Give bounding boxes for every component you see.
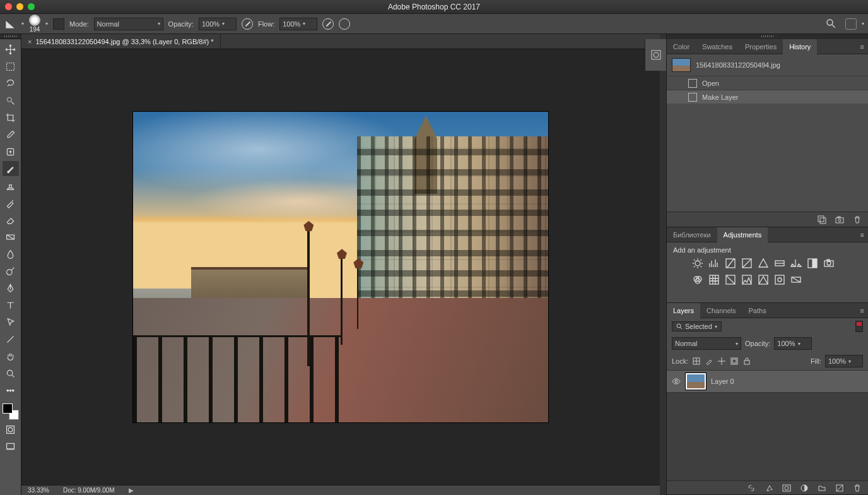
layer-blend-dropdown[interactable]: Normal ▾ — [672, 337, 741, 350]
vibrance-icon[interactable] — [758, 258, 769, 269]
status-flyout-icon[interactable]: ▶ — [129, 487, 134, 494]
clone-stamp-tool[interactable] — [3, 178, 19, 193]
fill-dropdown[interactable]: 100% ▾ — [825, 355, 863, 367]
tab-paths[interactable]: Paths — [742, 303, 773, 318]
color-swatches[interactable] — [3, 403, 19, 420]
curves-icon[interactable] — [725, 258, 736, 269]
zoom-level[interactable]: 33.33% — [28, 487, 49, 494]
airbrush-icon[interactable] — [322, 18, 334, 30]
tab-adjustments[interactable]: Adjustments — [717, 227, 768, 242]
flow-dropdown[interactable]: 100% ▾ — [279, 18, 317, 30]
levels-icon[interactable] — [708, 258, 720, 269]
black-white-icon[interactable] — [807, 258, 818, 269]
pressure-opacity-icon[interactable] — [242, 18, 253, 30]
layer-name[interactable]: Layer 0 — [711, 378, 734, 385]
type-tool[interactable] — [3, 297, 19, 313]
opacity-dropdown[interactable]: 100% ▾ — [199, 18, 237, 30]
posterize-icon[interactable] — [741, 274, 753, 285]
minimize-window-button[interactable] — [16, 3, 23, 10]
group-icon[interactable] — [818, 484, 826, 492]
panel-menu-icon[interactable]: ≡ — [857, 307, 868, 314]
eraser-tool[interactable] — [3, 212, 19, 227]
filter-toggle[interactable] — [855, 321, 863, 332]
gradient-map-icon[interactable] — [790, 274, 802, 285]
adjustment-layer-icon[interactable] — [800, 484, 809, 492]
visibility-icon[interactable] — [672, 377, 681, 386]
quick-mask-button[interactable] — [3, 422, 19, 437]
healing-brush-tool[interactable] — [3, 144, 19, 159]
blend-mode-dropdown[interactable]: Normal ▾ — [94, 18, 163, 30]
tab-properties[interactable]: Properties — [739, 39, 783, 54]
color-lookup-icon[interactable] — [708, 274, 720, 285]
history-brush-tool[interactable] — [3, 195, 19, 210]
zoom-window-button[interactable] — [28, 3, 35, 10]
hand-tool[interactable] — [3, 349, 19, 364]
workspace-chevron-icon[interactable]: ▾ — [862, 21, 864, 27]
quick-select-tool[interactable] — [3, 93, 19, 108]
lock-all-icon[interactable] — [742, 357, 751, 366]
threshold-icon[interactable] — [758, 274, 769, 285]
gradient-tool[interactable] — [3, 229, 19, 244]
history-snapshot-row[interactable]: 15641808331220504​94.jpg — [667, 54, 868, 76]
lock-transparency-icon[interactable] — [692, 357, 701, 366]
brightness-contrast-icon[interactable] — [692, 258, 703, 269]
eyedropper-tool[interactable] — [3, 127, 19, 142]
dodge-tool[interactable] — [3, 263, 19, 278]
lock-position-icon[interactable] — [717, 357, 726, 366]
invert-icon[interactable] — [725, 274, 736, 285]
shape-tool[interactable] — [3, 331, 19, 347]
layer-thumb-icon[interactable] — [686, 373, 706, 390]
history-state[interactable]: Make Layer — [667, 90, 868, 104]
tool-preset-picker[interactable] — [4, 18, 16, 30]
tab-channels[interactable]: Channels — [700, 303, 742, 318]
exposure-icon[interactable] — [741, 258, 753, 269]
color-balance-icon[interactable] — [790, 258, 802, 269]
search-icon[interactable] — [825, 18, 836, 30]
toolbar-grip[interactable] — [0, 34, 21, 39]
brush-preset-picker[interactable]: 194 — [29, 15, 40, 33]
path-select-tool[interactable] — [3, 314, 19, 330]
history-state[interactable]: Open — [667, 76, 868, 90]
channel-mixer-icon[interactable] — [692, 274, 703, 285]
lock-artboard-icon[interactable] — [730, 357, 739, 366]
new-doc-from-state-icon[interactable] — [818, 215, 826, 224]
lasso-tool[interactable] — [3, 76, 19, 91]
zoom-tool[interactable] — [3, 366, 19, 381]
layer-opacity-dropdown[interactable]: 100% ▾ — [774, 337, 812, 350]
hue-sat-icon[interactable] — [774, 258, 785, 269]
screen-mode-button[interactable] — [3, 439, 19, 454]
move-tool[interactable] — [3, 42, 19, 57]
trash-icon[interactable] — [853, 215, 862, 224]
trash-icon[interactable] — [853, 484, 862, 492]
tab-color[interactable]: Color — [667, 39, 696, 54]
pressure-size-icon[interactable] — [339, 18, 350, 30]
pen-tool[interactable] — [3, 280, 19, 295]
layer-mask-icon[interactable] — [782, 484, 791, 492]
tab-swatches[interactable]: Swatches — [696, 39, 739, 54]
selective-color-icon[interactable] — [774, 274, 785, 285]
link-layers-icon[interactable] — [747, 484, 756, 492]
tab-layers[interactable]: Layers — [667, 303, 700, 318]
brush-chevron-icon[interactable]: ▾ — [45, 21, 48, 27]
photo-filter-icon[interactable] — [823, 258, 835, 269]
marquee-tool[interactable] — [3, 59, 19, 74]
layer-filter-dropdown[interactable]: Selected ▾ — [672, 321, 722, 331]
canvas-area[interactable] — [21, 49, 660, 485]
panel-menu-icon[interactable]: ≡ — [857, 231, 868, 239]
crop-tool[interactable] — [3, 110, 19, 125]
tool-preset-chevron-icon[interactable]: ▾ — [21, 21, 24, 27]
lock-pixels-icon[interactable] — [705, 357, 713, 366]
layers-empty-area[interactable] — [667, 393, 868, 480]
layer-row[interactable]: Layer 0 — [667, 370, 868, 393]
doc-size[interactable]: Doc: 9.00M/9.00M — [63, 487, 115, 494]
snapshot-icon[interactable] — [835, 215, 844, 224]
blur-tool[interactable] — [3, 246, 19, 261]
document-tab[interactable]: × 15641808331220504​94.jpg @ 33,3% (Laye… — [21, 34, 221, 49]
layer-style-icon[interactable] — [765, 484, 773, 492]
brush-panel-toggle-icon[interactable] — [53, 18, 64, 30]
brush-tool[interactable] — [3, 161, 19, 176]
foreground-color-swatch[interactable] — [3, 403, 13, 414]
collapsed-dock[interactable] — [645, 39, 666, 71]
tab-history[interactable]: History — [783, 39, 817, 54]
workspace-switcher-icon[interactable] — [845, 18, 857, 30]
